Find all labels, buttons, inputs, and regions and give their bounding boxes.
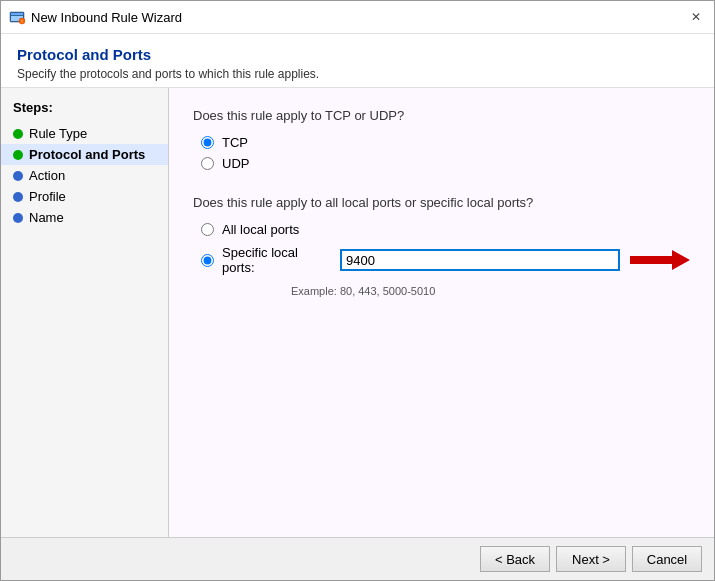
step-label-name: Name [29,210,64,225]
window-title: New Inbound Rule Wizard [31,10,680,25]
tcp-udp-question: Does this rule apply to TCP or UDP? [193,108,690,123]
specific-ports-row: Specific local ports: [201,245,690,275]
arrow-indicator [630,250,690,270]
svg-text:!: ! [21,19,22,24]
title-bar: ! New Inbound Rule Wizard ✕ [1,1,714,34]
footer: < Back Next > Cancel [1,537,714,580]
udp-radio[interactable] [201,157,214,170]
steps-label: Steps: [1,100,168,123]
port-input[interactable] [340,249,620,271]
content-area: Steps: Rule Type Protocol and Ports Acti… [1,88,714,537]
step-dot-name [13,213,23,223]
step-label-rule-type: Rule Type [29,126,87,141]
tcp-option[interactable]: TCP [201,135,690,150]
all-ports-radio[interactable] [201,223,214,236]
sidebar-item-action[interactable]: Action [1,165,168,186]
svg-rect-1 [11,13,23,15]
sidebar-item-protocol-ports[interactable]: Protocol and Ports [1,144,168,165]
all-ports-label: All local ports [222,222,299,237]
sidebar-item-name[interactable]: Name [1,207,168,228]
protocol-radio-group: TCP UDP [193,135,690,171]
page-header: Protocol and Ports Specify the protocols… [1,34,714,88]
port-input-wrapper [340,249,690,271]
next-button[interactable]: Next > [556,546,626,572]
all-ports-option[interactable]: All local ports [201,222,690,237]
step-dot-profile [13,192,23,202]
sidebar: Steps: Rule Type Protocol and Ports Acti… [1,88,169,537]
tcp-radio[interactable] [201,136,214,149]
ports-question: Does this rule apply to all local ports … [193,195,690,210]
sidebar-item-profile[interactable]: Profile [1,186,168,207]
udp-option[interactable]: UDP [201,156,690,171]
example-text: Example: 80, 443, 5000-5010 [291,285,690,297]
close-button[interactable]: ✕ [686,7,706,27]
specific-ports-radio[interactable] [201,254,214,267]
specific-ports-option[interactable]: Specific local ports: [201,245,330,275]
sidebar-item-rule-type[interactable]: Rule Type [1,123,168,144]
ports-radio-group: All local ports Specific local ports: Ex… [193,222,690,297]
step-label-action: Action [29,168,65,183]
wizard-window: ! New Inbound Rule Wizard ✕ Protocol and… [0,0,715,581]
specific-ports-label: Specific local ports: [222,245,330,275]
wizard-icon: ! [9,9,25,25]
cancel-button[interactable]: Cancel [632,546,702,572]
tcp-label: TCP [222,135,248,150]
step-label-protocol-ports: Protocol and Ports [29,147,145,162]
back-button[interactable]: < Back [480,546,550,572]
page-subtitle: Specify the protocols and ports to which… [17,67,698,81]
step-dot-protocol-ports [13,150,23,160]
main-panel: Does this rule apply to TCP or UDP? TCP … [169,88,714,537]
step-dot-rule-type [13,129,23,139]
udp-label: UDP [222,156,249,171]
page-title: Protocol and Ports [17,46,698,63]
step-label-profile: Profile [29,189,66,204]
ports-section: Does this rule apply to all local ports … [193,195,690,297]
step-dot-action [13,171,23,181]
